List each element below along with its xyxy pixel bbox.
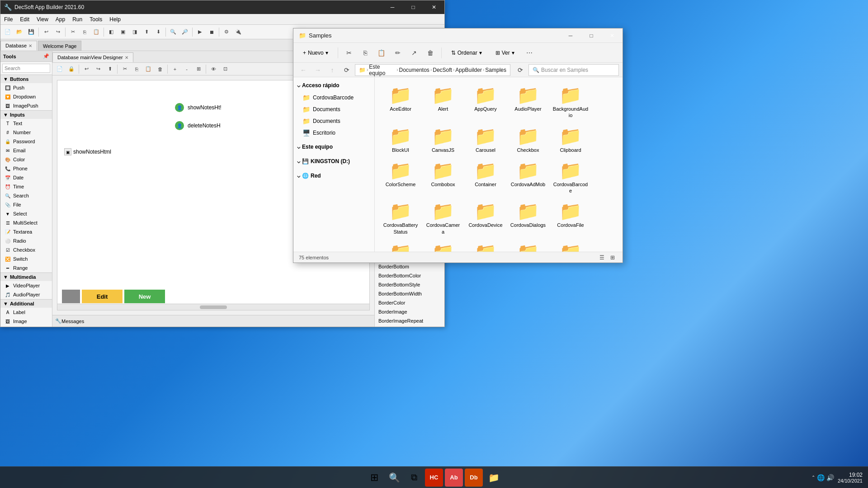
toggle-btn[interactable] (62, 290, 80, 303)
plugin-btn[interactable]: 🔌 (233, 27, 244, 38)
save-btn[interactable]: 💾 (26, 27, 37, 38)
folder-cordovamedia[interactable]: 📁 CordovaMedia (465, 240, 506, 252)
path-decsoft[interactable]: DecSoft (433, 67, 452, 73)
more-button[interactable]: ⋯ (522, 46, 537, 60)
design-code[interactable]: ⊡ (220, 64, 231, 75)
folder-audioplayer[interactable]: 📁 AudioPlayer (508, 83, 548, 122)
taskbar-db[interactable]: Db (465, 469, 483, 487)
close-button[interactable]: ✕ (424, 0, 444, 14)
folder-cordovabarcode[interactable]: 📁 CordovaBarcode (550, 158, 591, 197)
clock[interactable]: 19:02 24/10/2021 (838, 472, 863, 483)
tool-password[interactable]: 🔒 Password (0, 137, 52, 146)
rename-button[interactable]: ✏ (391, 46, 405, 60)
prop-borderimageslice[interactable]: BorderImageSlice (375, 325, 444, 327)
tool-videoplayer[interactable]: ▶ VideoPlayer (0, 281, 52, 290)
tool-text[interactable]: T Text (0, 119, 52, 128)
design-lock[interactable]: 🔒 (66, 64, 77, 75)
taskbar-taskview[interactable]: ⧉ (405, 469, 423, 487)
tab-database[interactable]: Database ✕ (0, 41, 37, 51)
folder-clipboard[interactable]: 📁 Clipboard (550, 124, 591, 156)
taskbar-explorer[interactable]: 📁 (485, 469, 503, 487)
folder-canvasjs[interactable]: 📁 CanvasJS (423, 124, 463, 156)
menu-view[interactable]: View (33, 14, 52, 24)
folder-blockui[interactable]: 📁 BlockUI (380, 124, 421, 156)
folder-cordovaadmob[interactable]: 📁 CordovaAdMob (508, 158, 548, 197)
folder-cordovadevice[interactable]: 📁 CordovaDevice (465, 199, 506, 238)
explorer-maximize[interactable]: □ (581, 29, 602, 42)
design-zoom-out[interactable]: - (181, 64, 192, 75)
sidebar-documents-2[interactable]: 📁 Documents (295, 115, 373, 127)
folder-aceeditor[interactable]: 📁 AceEditor (380, 83, 421, 122)
tool-audioplayer[interactable]: 🎵 AudioPlayer (0, 290, 52, 299)
path-equipo[interactable]: Este equipo (369, 64, 396, 76)
search-bar[interactable]: 🔍 Buscar en Samples (528, 64, 619, 76)
category-buttons[interactable]: ▼ Buttons (0, 75, 52, 83)
paste-btn[interactable]: 📋 (91, 27, 102, 38)
align-bottom[interactable]: ⬇ (153, 27, 164, 38)
new-button[interactable]: New (124, 290, 165, 303)
design-fit[interactable]: ⊞ (193, 64, 204, 75)
zoom-in[interactable]: 🔍 (168, 27, 179, 38)
menu-help[interactable]: Help (106, 14, 124, 24)
zoom-out[interactable]: 🔎 (179, 27, 190, 38)
category-multimedia[interactable]: ▼ Multimedia (0, 272, 52, 281)
folder-alert[interactable]: 📁 Alert (423, 83, 463, 122)
taskbar-hc[interactable]: HC (425, 469, 443, 487)
folder-combobox[interactable]: 📁 Combobox (423, 158, 463, 197)
design-copy[interactable]: ⎘ (131, 64, 142, 75)
tool-figure[interactable]: ◻ Figure (0, 326, 52, 327)
tools-pin-icon[interactable]: 📌 (43, 53, 49, 59)
design-cut[interactable]: ✂ (119, 64, 130, 75)
taskbar-start[interactable]: ⊞ (365, 469, 383, 487)
folder-cordovacamera[interactable]: 📁 CordovaCamera (423, 199, 463, 238)
tool-date[interactable]: 📅 Date (0, 173, 52, 182)
tool-phone[interactable]: 📞 Phone (0, 164, 52, 173)
tool-label[interactable]: A Label (0, 308, 52, 317)
folder-appquery[interactable]: 📁 AppQuery (465, 83, 506, 122)
tray-chevron[interactable]: ⌃ (811, 475, 815, 480)
tool-radio[interactable]: ⚪ Radio (0, 236, 52, 245)
path-appbuilder[interactable]: AppBuilder (455, 67, 482, 73)
prop-borderbottom[interactable]: BorderBottom (375, 262, 444, 271)
align-top[interactable]: ⬆ (141, 27, 152, 38)
category-inputs[interactable]: ▼ Inputs (0, 110, 52, 119)
tool-search[interactable]: 🔍 Search (0, 191, 52, 200)
tool-imagepush[interactable]: 🖼 ImagePush (0, 101, 52, 110)
address-path[interactable]: 📁 › Este equipo › Documentos › DecSoft ›… (355, 64, 510, 76)
scrollbar-h[interactable] (57, 304, 369, 310)
explorer-close[interactable]: ✕ (602, 29, 623, 42)
nav-up[interactable]: ↑ (326, 64, 339, 76)
design-redo[interactable]: ↪ (93, 64, 104, 75)
folder-cordovainapp[interactable]: 📁 CordovaInAppBrowser (423, 240, 463, 252)
taskbar-ab[interactable]: Ab (445, 469, 463, 487)
design-up[interactable]: ⬆ (104, 64, 115, 75)
design-paste[interactable]: 📋 (143, 64, 154, 75)
view-button[interactable]: ⊞ Ver ▾ (490, 46, 520, 60)
nav-recent[interactable]: ⟳ (340, 64, 353, 76)
este-equipo-group[interactable]: ⌵ Este equipo (293, 141, 374, 153)
tool-textarea[interactable]: 📝 Textarea (0, 227, 52, 236)
sidebar-documents-1[interactable]: 📁 Documents (295, 103, 373, 115)
redo-btn[interactable]: ↪ (52, 27, 63, 38)
tool-number[interactable]: # Number (0, 128, 52, 137)
new-button-explorer[interactable]: + Nuevo ▾ (297, 46, 334, 60)
edit-button[interactable]: Edit (82, 290, 123, 303)
sidebar-escritorio[interactable]: 🖥️ Escritorio (295, 127, 373, 139)
tool-push[interactable]: 🔲 Push (0, 83, 52, 92)
tool-multiselect[interactable]: ☰ MultiSelect (0, 218, 52, 227)
tool-range[interactable]: ━ Range (0, 263, 52, 272)
new-btn[interactable]: 📄 (2, 27, 13, 38)
tool-image[interactable]: 🖼 Image (0, 317, 52, 326)
run-btn[interactable]: ▶ (194, 27, 205, 38)
nav-back[interactable]: ← (297, 64, 310, 76)
tab-designer-close[interactable]: ✕ (125, 55, 128, 60)
tool-select[interactable]: ▼ Select (0, 209, 52, 218)
tool-color[interactable]: 🎨 Color (0, 155, 52, 164)
design-undo[interactable]: ↩ (81, 64, 92, 75)
tool-time[interactable]: ⏰ Time (0, 182, 52, 191)
share-button[interactable]: ↗ (407, 46, 421, 60)
design-new[interactable]: 📄 (54, 64, 65, 75)
tool-file[interactable]: 📎 File (0, 200, 52, 209)
settings-btn[interactable]: ⚙ (221, 27, 232, 38)
path-documentos[interactable]: Documentos (399, 67, 429, 73)
